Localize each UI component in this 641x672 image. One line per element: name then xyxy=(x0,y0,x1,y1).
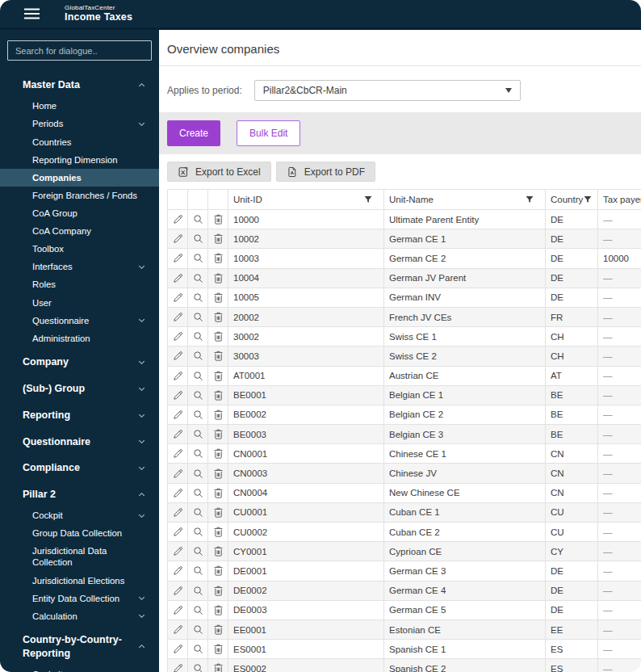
view-row-button[interactable] xyxy=(188,307,208,326)
delete-row-button[interactable] xyxy=(208,210,228,229)
edit-row-button[interactable] xyxy=(168,307,188,326)
view-row-button[interactable] xyxy=(188,425,208,444)
delete-row-button[interactable] xyxy=(208,288,228,307)
delete-row-button[interactable] xyxy=(208,464,228,483)
edit-row-button[interactable] xyxy=(168,502,188,522)
edit-row-button[interactable] xyxy=(168,249,188,268)
edit-row-button[interactable] xyxy=(168,268,188,288)
sidebar-item-cockpit[interactable]: Cockpit xyxy=(0,506,159,524)
view-row-button[interactable] xyxy=(188,366,208,385)
sidebar-item-jurisdictional-data-collection[interactable]: Jurisdictional Data Collection xyxy=(0,542,159,571)
create-button[interactable]: Create xyxy=(167,120,220,146)
view-row-button[interactable] xyxy=(188,640,208,659)
edit-row-button[interactable] xyxy=(168,561,188,581)
edit-row-button[interactable] xyxy=(168,425,188,444)
view-row-button[interactable] xyxy=(188,659,208,672)
view-row-button[interactable] xyxy=(188,483,208,502)
delete-row-button[interactable] xyxy=(208,366,228,385)
filter-funnel-icon[interactable] xyxy=(363,195,373,204)
edit-row-button[interactable] xyxy=(168,444,188,464)
edit-row-button[interactable] xyxy=(168,405,188,424)
view-row-button[interactable] xyxy=(188,249,208,268)
sidebar-search-input[interactable] xyxy=(7,40,152,61)
edit-row-button[interactable] xyxy=(168,229,188,249)
sidebar-item-periods[interactable]: Periods xyxy=(0,115,159,132)
delete-row-button[interactable] xyxy=(208,249,228,268)
delete-row-button[interactable] xyxy=(208,327,228,346)
view-row-button[interactable] xyxy=(188,464,208,483)
sidebar-item-foreign-branches-fonds[interactable]: Foreign Branches / Fonds xyxy=(0,187,159,204)
sidebar-item-questionnaire[interactable]: Questionnaire xyxy=(0,312,159,330)
edit-row-button[interactable] xyxy=(168,483,188,502)
sidebar-item-compliance[interactable]: Compliance xyxy=(0,456,159,480)
sidebar-item-master-data[interactable]: Master Data xyxy=(0,74,159,97)
sidebar-item-entity-data-collection[interactable]: Entity Data Collection xyxy=(0,590,159,607)
view-row-button[interactable] xyxy=(188,620,208,639)
view-row-button[interactable] xyxy=(188,268,208,288)
view-row-button[interactable] xyxy=(188,385,208,405)
edit-row-button[interactable] xyxy=(168,366,188,385)
delete-row-button[interactable] xyxy=(208,581,228,600)
edit-row-button[interactable] xyxy=(168,640,188,659)
delete-row-button[interactable] xyxy=(208,405,228,424)
sidebar-item-interfaces[interactable]: Interfaces xyxy=(0,258,159,275)
view-row-button[interactable] xyxy=(188,210,208,229)
delete-row-button[interactable] xyxy=(208,659,228,672)
sidebar-item-reporting[interactable]: Reporting xyxy=(0,404,159,427)
view-row-button[interactable] xyxy=(188,542,208,561)
sidebar-item-roles[interactable]: Roles xyxy=(0,275,159,293)
sidebar-item-home[interactable]: Home xyxy=(0,97,159,115)
sidebar-item-calculation[interactable]: Calculation xyxy=(0,607,159,625)
sidebar-item-pillar-2[interactable]: Pillar 2 xyxy=(0,483,159,506)
delete-row-button[interactable] xyxy=(208,385,228,405)
sidebar-item-questionnaire[interactable]: Questionnaire xyxy=(0,430,159,454)
sidebar-item-companies[interactable]: Companies xyxy=(0,169,159,187)
edit-row-button[interactable] xyxy=(168,523,188,542)
edit-row-button[interactable] xyxy=(168,288,188,307)
view-row-button[interactable] xyxy=(188,444,208,464)
sidebar-item-reporting-dimension[interactable]: Reporting Dimension xyxy=(0,151,159,169)
delete-row-button[interactable] xyxy=(208,640,228,659)
edit-row-button[interactable] xyxy=(168,659,188,672)
view-row-button[interactable] xyxy=(188,581,208,600)
export-excel-button[interactable]: Export to Excel xyxy=(167,162,271,182)
edit-row-button[interactable] xyxy=(168,620,188,639)
sidebar-item-user[interactable]: User xyxy=(0,294,159,312)
filter-funnel-icon[interactable] xyxy=(525,195,534,204)
filter-funnel-icon[interactable] xyxy=(583,195,593,204)
sidebar-item-jurisdictional-elections[interactable]: Jurisdictional Elections xyxy=(0,572,159,590)
view-row-button[interactable] xyxy=(188,502,208,522)
edit-row-button[interactable] xyxy=(168,464,188,483)
delete-row-button[interactable] xyxy=(208,346,228,366)
edit-row-button[interactable] xyxy=(168,346,188,366)
hamburger-menu-icon[interactable] xyxy=(24,8,40,19)
edit-row-button[interactable] xyxy=(168,385,188,405)
view-row-button[interactable] xyxy=(188,288,208,307)
delete-row-button[interactable] xyxy=(208,561,228,581)
sidebar-item-group-data-collection[interactable]: Group Data Collection xyxy=(0,524,159,542)
edit-row-button[interactable] xyxy=(168,210,188,229)
view-row-button[interactable] xyxy=(188,523,208,542)
delete-row-button[interactable] xyxy=(208,425,228,444)
view-row-button[interactable] xyxy=(188,346,208,366)
delete-row-button[interactable] xyxy=(208,523,228,542)
edit-row-button[interactable] xyxy=(168,327,188,346)
delete-row-button[interactable] xyxy=(208,502,228,522)
delete-row-button[interactable] xyxy=(208,444,228,464)
sidebar-item-cockpit[interactable]: Cockpit xyxy=(0,666,159,672)
view-row-button[interactable] xyxy=(188,600,208,620)
edit-row-button[interactable] xyxy=(168,600,188,620)
delete-row-button[interactable] xyxy=(208,620,228,639)
delete-row-button[interactable] xyxy=(208,483,228,502)
edit-row-button[interactable] xyxy=(168,542,188,561)
sidebar-item-company[interactable]: Company xyxy=(0,351,159,374)
sidebar-item-sub-group[interactable]: (Sub-) Group xyxy=(0,377,159,401)
sidebar-item-coa-company[interactable]: CoA Company xyxy=(0,222,159,240)
sidebar-item-coa-group[interactable]: CoA Group xyxy=(0,204,159,222)
delete-row-button[interactable] xyxy=(208,307,228,326)
sidebar-item-country-by-country-reporting[interactable]: Country-by-Country-Reporting xyxy=(0,628,159,666)
delete-row-button[interactable] xyxy=(208,268,228,288)
view-row-button[interactable] xyxy=(188,405,208,424)
bulk-edit-button[interactable]: Bulk Edit xyxy=(237,120,300,146)
view-row-button[interactable] xyxy=(188,229,208,249)
